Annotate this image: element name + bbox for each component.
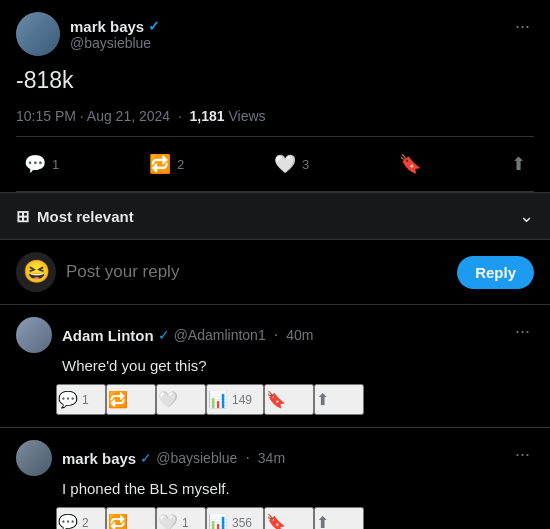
reply-author-handle: @baysieblue xyxy=(156,450,237,466)
reply-retweet-button[interactable]: 🔁 xyxy=(106,384,156,415)
separator: · xyxy=(274,326,278,344)
filter-left: ⊞ Most relevant xyxy=(16,207,134,226)
like-count: 3 xyxy=(302,157,309,172)
retweet-count: 2 xyxy=(177,157,184,172)
like-action-button[interactable]: 🤍 3 xyxy=(266,147,317,181)
reply-content: I phoned the BLS myself. xyxy=(62,478,534,499)
author-handle: @baysieblue xyxy=(70,35,160,51)
reply-input[interactable] xyxy=(66,262,447,282)
reply-bookmark-button[interactable]: 🔖 xyxy=(264,384,314,415)
like-icon: 🤍 xyxy=(158,513,178,529)
tweet-timestamp: 10:15 PM · Aug 21, 2024 xyxy=(16,108,170,124)
reply-count: 1 xyxy=(82,393,89,407)
tweet-header: mark bays ✓ @baysieblue ··· xyxy=(16,12,534,56)
retweet-icon: 🔁 xyxy=(108,390,128,409)
reply-header: mark bays ✓ @baysieblue · 34m ··· xyxy=(16,440,534,476)
reply-icon: 💬 xyxy=(58,390,78,409)
reply-share-button[interactable]: ⬆ xyxy=(314,507,364,529)
separator: · xyxy=(245,449,249,467)
like-icon: 🤍 xyxy=(158,390,178,409)
verified-icon: ✓ xyxy=(158,327,170,343)
reply-actions: 💬 2 🔁 🤍 1 📊 356 🔖 ⬆ xyxy=(56,507,534,529)
like-icon: 🤍 xyxy=(274,153,296,175)
bookmark-icon: 🔖 xyxy=(266,513,286,529)
retweet-action-button[interactable]: 🔁 2 xyxy=(141,147,192,181)
more-options-icon[interactable]: ··· xyxy=(511,440,534,469)
verified-icon: ✓ xyxy=(140,450,152,466)
more-options-icon[interactable]: ··· xyxy=(511,12,534,41)
reply-time: 34m xyxy=(258,450,285,466)
retweet-icon: 🔁 xyxy=(149,153,171,175)
reply-item: mark bays ✓ @baysieblue · 34m ··· I phon… xyxy=(0,428,550,529)
reply-author-handle: @Adamlinton1 xyxy=(174,327,266,343)
reply-author-name: mark bays xyxy=(62,450,136,467)
bookmark-icon: 🔖 xyxy=(399,153,421,175)
reply-header: Adam Linton ✓ @Adamlinton1 · 40m ··· xyxy=(16,317,534,353)
author-info: mark bays ✓ @baysieblue xyxy=(70,18,160,51)
verified-icon: ✓ xyxy=(148,18,160,34)
retweet-icon: 🔁 xyxy=(108,513,128,529)
avatar xyxy=(16,12,60,56)
reply-reply-button[interactable]: 💬 1 xyxy=(56,384,106,415)
reply-like-button[interactable]: 🤍 xyxy=(156,384,206,415)
share-icon: ⬆ xyxy=(316,513,329,529)
author-name: mark bays xyxy=(70,18,144,35)
reply-content: Where'd you get this? xyxy=(62,355,534,376)
reply-share-button[interactable]: ⬆ xyxy=(314,384,364,415)
reply-icon: 💬 xyxy=(58,513,78,529)
views-icon: 📊 xyxy=(208,513,228,529)
reply-author-row: mark bays ✓ @baysieblue · 34m xyxy=(16,440,285,476)
views-label: Views xyxy=(229,108,266,124)
share-icon: ⬆ xyxy=(316,390,329,409)
views-count: 149 xyxy=(232,393,252,407)
like-count: 1 xyxy=(182,516,189,529)
compose-avatar: 😆 xyxy=(16,252,56,292)
filter-bar[interactable]: ⊞ Most relevant ⌄ xyxy=(0,193,550,240)
reply-retweet-button[interactable]: 🔁 xyxy=(106,507,156,529)
author-name-row: mark bays ✓ xyxy=(70,18,160,35)
reply-views-button[interactable]: 📊 356 xyxy=(206,507,264,529)
reply-author-name: Adam Linton xyxy=(62,327,154,344)
avatar xyxy=(16,317,52,353)
tweet-author: mark bays ✓ @baysieblue xyxy=(16,12,160,56)
reply-like-button[interactable]: 🤍 1 xyxy=(156,507,206,529)
reply-actions: 💬 1 🔁 🤍 📊 149 🔖 ⬆ xyxy=(56,384,534,415)
tweet-actions: 💬 1 🔁 2 🤍 3 🔖 ⬆ xyxy=(16,136,534,192)
reply-author-row: Adam Linton ✓ @Adamlinton1 · 40m xyxy=(16,317,313,353)
reply-bookmark-button[interactable]: 🔖 xyxy=(264,507,314,529)
avatar xyxy=(16,440,52,476)
more-options-icon[interactable]: ··· xyxy=(511,317,534,346)
reply-views-button[interactable]: 📊 149 xyxy=(206,384,264,415)
filter-label: Most relevant xyxy=(37,208,134,225)
reply-icon: 💬 xyxy=(24,153,46,175)
reply-count: 2 xyxy=(82,516,89,529)
views-icon: 📊 xyxy=(208,390,228,409)
filter-icon: ⊞ xyxy=(16,207,29,226)
tweet-content: -818k xyxy=(16,64,534,96)
chevron-down-icon: ⌄ xyxy=(519,205,534,227)
reply-action-button[interactable]: 💬 1 xyxy=(16,147,67,181)
share-icon: ⬆ xyxy=(511,153,526,175)
reply-reply-button[interactable]: 💬 2 xyxy=(56,507,106,529)
reply-submit-button[interactable]: Reply xyxy=(457,256,534,289)
tweet-meta: 10:15 PM · Aug 21, 2024 · 1,181 Views xyxy=(16,108,534,124)
views-count: 1,181 xyxy=(190,108,225,124)
share-action-button[interactable]: ⬆ xyxy=(503,147,534,181)
reply-count: 1 xyxy=(52,157,59,172)
reply-compose: 😆 Reply xyxy=(0,240,550,305)
bookmark-action-button[interactable]: 🔖 xyxy=(391,147,429,181)
reply-author-info: mark bays ✓ @baysieblue · 34m xyxy=(62,449,285,467)
main-tweet: mark bays ✓ @baysieblue ··· -818k 10:15 … xyxy=(0,0,550,193)
views-count: 356 xyxy=(232,516,252,529)
reply-author-info: Adam Linton ✓ @Adamlinton1 · 40m xyxy=(62,326,313,344)
reply-time: 40m xyxy=(286,327,313,343)
reply-item: Adam Linton ✓ @Adamlinton1 · 40m ··· Whe… xyxy=(0,305,550,428)
bookmark-icon: 🔖 xyxy=(266,390,286,409)
